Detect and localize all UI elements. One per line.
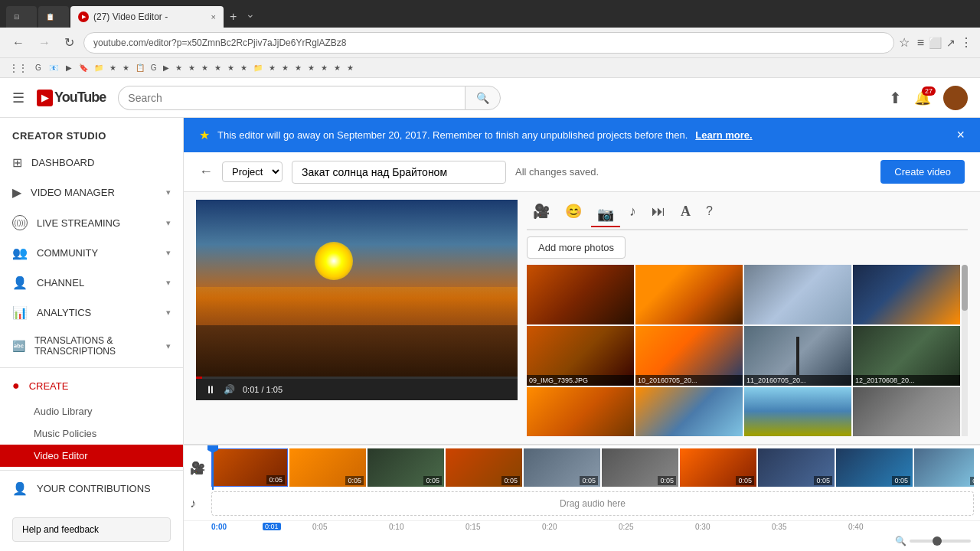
sidebar-item-create[interactable]: ● CREATE xyxy=(0,371,183,400)
analytics-chevron: ▾ xyxy=(166,308,171,318)
hamburger-menu-button[interactable]: ☰ xyxy=(12,90,24,106)
photo-item-3[interactable] xyxy=(744,265,851,324)
photo-item-6[interactable]: 10_20160705_20... xyxy=(635,326,743,386)
timeline-clip-8[interactable]: 0:05 xyxy=(758,448,835,487)
sidebar-item-analytics[interactable]: 📊 ANALYTICS ▾ xyxy=(0,298,183,328)
time-display: 0:01 / 1:05 xyxy=(243,385,283,394)
video-editor-label: Video Editor xyxy=(34,450,88,461)
community-icon: 👥 xyxy=(12,246,28,260)
create-video-button[interactable]: Create video xyxy=(880,160,965,184)
help-feedback-button[interactable]: Help and feedback xyxy=(12,517,171,542)
search-button[interactable]: 🔍 xyxy=(465,86,501,110)
audio-timeline-row: ♪ Drag audio here xyxy=(184,490,980,520)
music-tool-button[interactable]: ♪ xyxy=(623,201,642,223)
sidebar-item-channel[interactable]: 👤 CHANNEL ▾ xyxy=(0,268,183,298)
bookmark-2[interactable]: 📧 xyxy=(46,62,61,73)
dashboard-icon: ⊞ xyxy=(12,155,22,170)
editor-back-button[interactable]: ← xyxy=(199,164,213,180)
translations-chevron: ▾ xyxy=(166,341,171,351)
apps-icon[interactable]: ⋮⋮ xyxy=(6,61,31,75)
banner-close-icon[interactable]: × xyxy=(956,127,965,143)
skip-tool-button[interactable]: ⏭ xyxy=(645,201,671,223)
timeline-clip-7[interactable]: 0:05 xyxy=(680,448,756,487)
bookmark-3[interactable]: ▶ xyxy=(63,62,75,73)
photo-panel: 🎥 😊 📷 ♪ ⏭ A ? Add more photos xyxy=(527,200,968,436)
photo-item-5[interactable]: 09_IMG_7395.JPG xyxy=(527,326,634,386)
live-streaming-chevron: ▾ xyxy=(166,218,171,228)
browser-menu-icon[interactable]: ≡ xyxy=(917,36,924,50)
photo-item-12[interactable]: 16_20170601_20... xyxy=(853,387,960,436)
help-tool-button[interactable]: ? xyxy=(700,201,719,221)
sidebar-label-community: COMMUNITY xyxy=(37,247,98,259)
photo-item-2[interactable] xyxy=(635,265,743,324)
refresh-button[interactable]: ↻ xyxy=(60,32,79,53)
sidebar-item-translations[interactable]: 🔤 TRANSLATIONS & TRANSCRIPTIONS ▾ xyxy=(0,328,183,364)
yt-logo[interactable]: ▶ YouTube xyxy=(37,90,106,106)
back-nav-button[interactable]: ← xyxy=(8,33,29,53)
tab-inactive-2[interactable]: 📋 xyxy=(38,6,69,28)
sidebar-item-community[interactable]: 👥 COMMUNITY ▾ xyxy=(0,238,183,268)
content-area: ★ This editor will go away on September … xyxy=(184,118,980,551)
sidebar-sub-music-policies[interactable]: Music Policies xyxy=(0,422,183,445)
bookmark-icon[interactable]: ☆ xyxy=(899,35,910,50)
pause-button[interactable]: ⏸ xyxy=(205,383,216,396)
tab-active[interactable]: ▶ (27) Video Editor - × xyxy=(70,6,224,28)
zoom-out-icon[interactable]: 🔍 xyxy=(895,536,906,546)
project-dropdown[interactable]: Project xyxy=(222,161,283,182)
photo-item-1[interactable] xyxy=(527,265,634,324)
banner-learn-more-link[interactable]: Learn more. xyxy=(695,129,752,141)
photo-item-10[interactable]: 14_20160611_19... xyxy=(635,387,743,436)
cast-icon[interactable]: ⬜ xyxy=(929,37,942,49)
photo-label-8: 12_20170608_20... xyxy=(853,375,960,386)
sidebar-item-video-manager[interactable]: ▶ VIDEO MANAGER ▾ xyxy=(0,178,183,207)
audio-drop-zone[interactable]: Drag audio here xyxy=(211,491,974,516)
photo-item-8[interactable]: 12_20170608_20... xyxy=(853,326,960,386)
upload-icon[interactable]: ⬆ xyxy=(889,89,902,107)
video-manager-icon: ▶ xyxy=(12,185,21,200)
new-tab-button[interactable]: + xyxy=(224,6,243,28)
add-photos-button[interactable]: Add more photos xyxy=(527,236,626,259)
text-tool-button[interactable]: A xyxy=(675,201,697,223)
user-avatar[interactable] xyxy=(943,86,968,110)
search-input[interactable] xyxy=(118,86,465,110)
timeline-clip-4[interactable]: 0:05 xyxy=(446,448,522,487)
banner-star-icon: ★ xyxy=(199,128,210,142)
timeline-playhead[interactable] xyxy=(212,445,214,490)
url-bar[interactable]: youtube.com/editor?p=x50ZmnBc2RcPjiv7aJj… xyxy=(83,32,894,54)
sidebar-item-dashboard[interactable]: ⊞ DASHBOARD xyxy=(0,148,183,178)
timeline-clip-10[interactable]: 0:0... xyxy=(914,448,974,487)
video-preview-area: ⏸ 🔊 0:01 / 1:05 xyxy=(196,200,518,436)
forward-nav-button[interactable]: → xyxy=(34,33,55,53)
more-icon[interactable]: ⋮ xyxy=(960,35,972,50)
saved-status: All changes saved. xyxy=(515,166,871,178)
zoom-slider[interactable] xyxy=(910,540,971,543)
tab-close-icon[interactable]: × xyxy=(211,12,216,21)
photo-item-9[interactable]: 13-IMG-2016061... xyxy=(527,387,634,436)
photo-tool-button[interactable]: 📷 xyxy=(591,203,620,227)
timeline-clip-2[interactable]: 0:05 xyxy=(289,448,366,487)
timeline-clip-3[interactable]: 0:05 xyxy=(368,448,444,487)
volume-button[interactable]: 🔊 xyxy=(224,384,235,395)
photo-scrollbar[interactable] xyxy=(962,265,968,436)
sidebar-label-analytics: ANALYTICS xyxy=(37,307,91,318)
bookmark-1[interactable]: G xyxy=(32,62,44,73)
sidebar-sub-video-editor[interactable]: Video Editor xyxy=(0,445,183,467)
emoji-tool-button[interactable]: 😊 xyxy=(559,200,588,223)
sidebar-item-live-streaming[interactable]: (())) LIVE STREAMING ▾ xyxy=(0,207,183,238)
timeline-clip-9[interactable]: 0:05 xyxy=(836,448,913,487)
tab-inactive-1[interactable]: ⊟ xyxy=(6,6,37,28)
video-tool-button[interactable]: 🎥 xyxy=(527,200,556,223)
video-timeline-row: 🎥 0:05 0:05 0 xyxy=(184,445,980,490)
share-icon[interactable]: ↗ xyxy=(946,37,956,49)
sidebar-item-contributions[interactable]: 👤 YOUR CONTRIBUTIONS xyxy=(0,474,183,504)
photo-item-4[interactable] xyxy=(853,265,960,324)
project-name-input[interactable] xyxy=(292,161,506,184)
photo-item-7[interactable]: 11_20160705_20... xyxy=(744,326,851,386)
timeline-clip-1[interactable]: 0:05 xyxy=(211,448,288,487)
photo-item-11[interactable]: 15_20170608_20... xyxy=(744,387,851,436)
sidebar-sub-audio-library[interactable]: Audio Library xyxy=(0,400,183,422)
community-chevron: ▾ xyxy=(166,248,171,258)
nav-bar: ← → ↻ youtube.com/editor?p=x50ZmnBc2RcPj… xyxy=(0,28,980,58)
timeline-clip-6[interactable]: 0:05 xyxy=(602,448,678,487)
timeline-clip-5[interactable]: 0:05 xyxy=(524,448,600,487)
